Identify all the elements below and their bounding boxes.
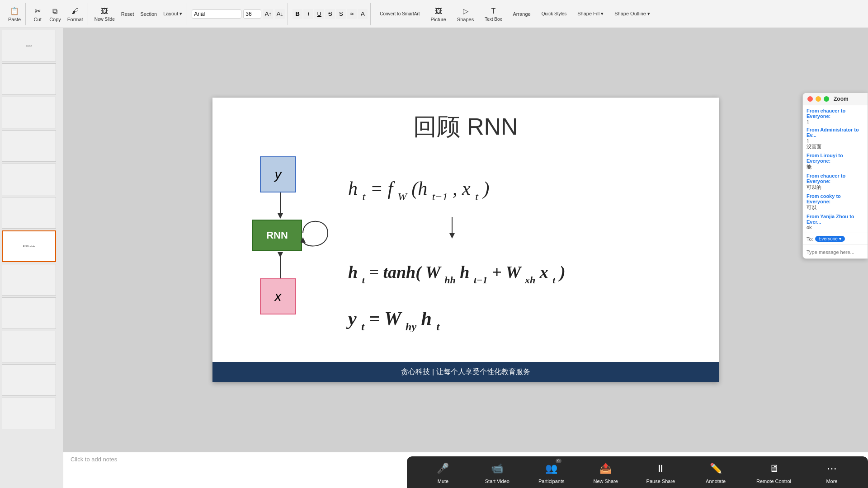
cut-button[interactable]: ✂ Cut: [29, 5, 46, 23]
clipboard-section: ✂ Cut ⧉ Copy 🖌 Format: [28, 3, 88, 25]
slide-panel: 716 slide 717 718 719 720 721 722 RNN sl…: [0, 28, 63, 488]
window-maximize-button[interactable]: [824, 96, 829, 102]
font-controls: A↑ A↓: [189, 3, 288, 25]
slide-thumb-716[interactable]: 716 slide: [2, 30, 56, 61]
chat-from-1: From chaucer to Everyone:: [807, 108, 864, 119]
paste-button[interactable]: 📋 Paste: [5, 5, 24, 23]
font-size-input[interactable]: [243, 9, 261, 19]
annotate-icon: ✏️: [708, 460, 724, 477]
paste-icon: 📋: [9, 6, 20, 17]
rnn-self-loop: [301, 215, 332, 260]
shape-fill-button[interactable]: Shape Fill ▾: [574, 10, 607, 18]
svg-text:h
                    t
      : h t = f W (h t−1 , x t ): [348, 178, 489, 202]
slide-thumb-727[interactable]: 727: [2, 398, 56, 429]
slide-thumb-726[interactable]: 726: [2, 364, 56, 396]
textbox-icon: T: [488, 6, 499, 17]
mute-icon: 🎤: [435, 460, 451, 477]
to-label: To:: [807, 236, 813, 242]
chat-input-area[interactable]: [803, 244, 868, 258]
underline-button[interactable]: U: [314, 9, 324, 19]
chat-text-1: 1: [807, 119, 864, 124]
arrow-y-rnn: [276, 192, 285, 220]
rnn-diagram: y RNN: [235, 156, 335, 337]
slide-title[interactable]: 回顾 RNN: [235, 111, 696, 143]
format-buttons: B I U S S ≈ A: [290, 3, 371, 25]
to-everyone-dropdown[interactable]: Everyone ▾: [815, 236, 845, 242]
chat-to-area: To: Everyone ▾: [803, 233, 868, 244]
italic-button[interactable]: I: [303, 9, 313, 19]
shape-outline-button[interactable]: Shape Outline ▾: [611, 10, 654, 18]
slide-editor: 回顾 RNN y: [63, 28, 868, 452]
convert-smartart-button[interactable]: Convert to SmartArt: [376, 10, 423, 17]
window-close-button[interactable]: [807, 96, 813, 102]
font-color-button[interactable]: A: [358, 9, 368, 19]
formula3: y t = W hy h t: [344, 300, 515, 333]
shapes-icon: ▷: [460, 6, 471, 17]
chat-messages: From chaucer to Everyone: 1 From Adminis…: [803, 105, 868, 233]
participants-badge: 9: [556, 459, 561, 463]
quick-styles-button[interactable]: Quick Styles: [538, 10, 571, 17]
window-minimize-button[interactable]: [816, 96, 821, 102]
chat-text-6: ok: [807, 225, 864, 230]
vertical-arrow: [344, 217, 561, 239]
chat-from-3: From Lirouyi to Everyone:: [807, 153, 864, 164]
share-icon: 📤: [598, 460, 614, 477]
chat-msg-1: From chaucer to Everyone: 1: [807, 108, 864, 124]
slide-thumb-723[interactable]: 723: [2, 264, 56, 296]
char-spacing-button[interactable]: ≈: [347, 9, 357, 19]
zoom-bottom-bar: 🎤 Mute 📹 Start Video 👥 9 Participants 📤 …: [407, 456, 868, 488]
content-area: 回顾 RNN y: [63, 28, 868, 488]
video-icon: 📹: [489, 460, 505, 477]
shrink-font-button[interactable]: A↓: [275, 9, 285, 19]
shapes-button[interactable]: ▷ Shapes: [453, 5, 477, 23]
chat-from-5: From cooky to Everyone:: [807, 193, 864, 204]
picture-button[interactable]: 🖼 Picture: [427, 5, 450, 23]
participants-button[interactable]: 👥 9 Participants: [538, 460, 565, 484]
chat-text-4: 可以的: [807, 184, 864, 191]
strikethrough-button[interactable]: S: [325, 9, 335, 19]
slide-canvas[interactable]: 回顾 RNN y: [212, 98, 719, 382]
slide-thumb-717[interactable]: 717: [2, 63, 56, 95]
more-icon: ⋯: [824, 460, 840, 477]
bold-button[interactable]: B: [292, 9, 302, 19]
annotate-button[interactable]: ✏️ Annotate: [702, 460, 729, 484]
slide-thumb-719[interactable]: 719: [2, 130, 56, 162]
remote-control-button[interactable]: 🖥 Remote Control: [756, 460, 791, 484]
chat-from-4: From chaucer to Everyone:: [807, 173, 864, 184]
reset-button[interactable]: Reset: [118, 10, 137, 18]
arrange-button[interactable]: Arrange: [509, 10, 534, 18]
slide-thumb-721[interactable]: 721: [2, 197, 56, 229]
right-toolbar: Convert to SmartArt 🖼 Picture ▷ Shapes T…: [373, 3, 657, 25]
new-slide-button[interactable]: 🖼 New Slide: [92, 5, 118, 23]
font-name-select[interactable]: [192, 9, 241, 19]
zoom-title: Zoom: [834, 96, 849, 102]
chat-text-3: 能: [807, 164, 864, 170]
slide-thumb-718[interactable]: 718: [2, 97, 56, 128]
rnn-node: RNN: [252, 220, 302, 251]
format-button[interactable]: 🖌 Format: [65, 5, 86, 23]
grow-font-button[interactable]: A↑: [263, 9, 273, 19]
slide-section: 🖼 New Slide Reset Section Layout ▾: [90, 3, 188, 25]
main-area: 716 slide 717 718 719 720 721 722 RNN sl…: [0, 28, 868, 488]
section-button[interactable]: Section: [137, 10, 160, 18]
slide-footer: 贪心科技 | 让每个人享受个性化教育服务: [212, 362, 719, 382]
more-button[interactable]: ⋯ More: [818, 460, 845, 484]
mute-button[interactable]: 🎤 Mute: [429, 460, 457, 484]
copy-icon: ⧉: [50, 6, 61, 17]
formula2: h t = tanh( W hh h t−1 + W: [344, 253, 597, 286]
copy-button[interactable]: ⧉ Copy: [47, 5, 64, 23]
layout-button[interactable]: Layout ▾: [160, 10, 185, 18]
chat-from-6: From Yanjia Zhou to Ever...: [807, 214, 864, 225]
pause-share-button[interactable]: ⏸ Pause Share: [646, 460, 675, 484]
chat-input[interactable]: [807, 249, 864, 255]
slide-thumb-720[interactable]: 720: [2, 164, 56, 195]
slide-thumb-725[interactable]: 725: [2, 331, 56, 362]
pause-icon: ⏸: [652, 460, 669, 477]
chat-text-2: 1 没画面: [807, 138, 864, 150]
new-share-button[interactable]: 📤 New Share: [592, 460, 619, 484]
shadow-button[interactable]: S: [336, 9, 346, 19]
slide-thumb-722[interactable]: 722 RNN slide: [2, 230, 56, 262]
textbox-button[interactable]: T Text Box: [481, 5, 505, 23]
slide-thumb-724[interactable]: 724: [2, 297, 56, 329]
video-button[interactable]: 📹 Start Video: [484, 460, 511, 484]
